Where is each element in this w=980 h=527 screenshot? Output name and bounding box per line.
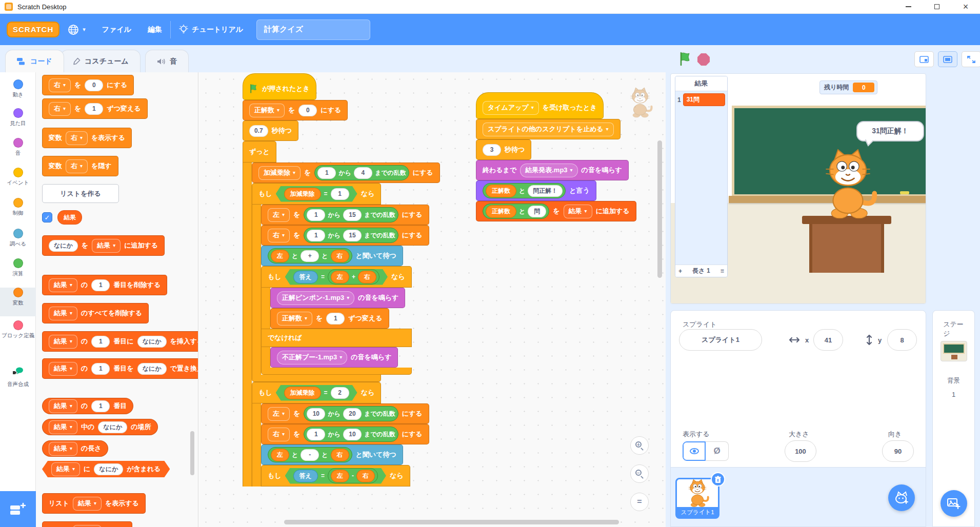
text-input[interactable]: 問正解！ [528,185,563,197]
script-block[interactable]: 結果▾のすべてを削除する [42,303,149,323]
script-block[interactable]: リスト結果▾を表示する [42,493,146,514]
script-block[interactable]: 結果▾の1番目になにかを挿入する [42,331,198,352]
dropdown-field[interactable]: 結果▾ [49,420,77,434]
variable-reporter[interactable]: 左 [331,470,349,482]
number-input[interactable]: 10 [343,429,362,440]
script-block[interactable]: 右▾を1から10までの乱数にする [261,424,429,444]
script-stack[interactable]: が押されたとき正解数▾を0にする0.7秒待つずっと加減乗除▾を1から4までの乱数… [243,73,440,487]
text-input[interactable]: なにか [98,421,127,433]
stop-button[interactable] [696,52,711,67]
horizontal-scrollbar[interactable] [284,520,619,524]
script-block[interactable]: 3秒待つ [476,139,531,160]
add-backdrop-button[interactable] [941,490,967,517]
operator-reporter[interactable]: 正解数と問正解！ [483,183,566,198]
operator-reporter[interactable]: 正解数と問 [483,204,549,219]
boolean-condition[interactable]: 加減乗除=1 [276,186,357,202]
menu-tutorials[interactable]: チュートリアル [171,14,251,45]
operator-reporter[interactable]: 1から15までの乱数 [304,207,398,222]
dropdown-field[interactable]: 右▾ [49,78,71,92]
dropdown-field[interactable]: タイムアップ▾ [483,101,539,115]
number-input[interactable]: 1 [91,363,110,375]
dropdown-field[interactable]: 結果▾ [73,525,102,527]
sprite-cat-on-stage[interactable] [813,148,883,220]
sidebar-item-見た目[interactable]: 見た目 [0,108,36,137]
sidebar-item-調べる[interactable]: 調べる [0,229,36,257]
script-block[interactable]: 左と-と右と聞いて待つ [261,444,403,465]
menu-file[interactable]: ファイル [94,14,139,45]
zoom-in-button[interactable]: + [630,436,649,455]
direction-input[interactable]: 90 [882,440,914,462]
zoom-out-button[interactable]: − [630,464,649,483]
number-input[interactable]: 0 [298,105,317,116]
variable-reporter[interactable]: 右 [358,271,376,283]
script-block[interactable]: 左▾を10から20までの乱数にする [261,403,429,424]
operator-reporter[interactable]: 1から15までの乱数 [304,228,398,243]
y-position-input[interactable]: 8 [887,329,917,351]
variable-reporter[interactable]: 正解数 [486,205,516,218]
variable-reporter[interactable]: 右 [356,470,375,482]
script-block[interactable]: 結果▾の1番目 [42,398,133,414]
show-sprite-button[interactable] [683,441,706,461]
dropdown-field[interactable]: 左▾ [268,407,290,421]
number-input[interactable]: 1 [326,313,345,325]
text-input[interactable]: なにか [94,463,123,475]
number-input[interactable]: 2 [331,387,349,399]
sidebar-item-音声合成[interactable]: 音声合成 [0,367,36,395]
number-input[interactable]: 0 [85,79,103,91]
script-block[interactable]: 結果▾中のなにかの場所 [42,419,158,435]
boolean-condition[interactable]: 加減乗除=2 [276,385,357,401]
dropdown-field[interactable]: 結果▾ [73,497,102,511]
palette-scrollbar[interactable] [190,431,194,475]
variable-reporter[interactable]: 加減乗除 [284,387,321,399]
operator-reporter[interactable]: 1から4までの乱数 [314,165,409,180]
number-input[interactable]: 15 [343,230,362,241]
close-button[interactable]: × [951,0,980,14]
text-input[interactable]: なにか [137,336,167,348]
tab-sounds[interactable]: 音 [145,50,189,72]
boolean-condition[interactable]: 答え=左-右 [285,468,386,484]
minimize-button[interactable] [894,0,923,14]
script-block[interactable]: 左▾を1から15までの乱数にする [261,205,429,225]
number-input[interactable]: 0.7 [249,125,268,137]
operator-reporter[interactable]: 左+右 [328,269,379,285]
dropdown-field[interactable]: 結果▾ [49,362,77,376]
dropdown-field[interactable]: 正解数▾ [249,104,285,117]
number-input[interactable]: 1 [91,400,110,412]
text-input[interactable]: なにか [49,240,78,252]
sprite-name-input[interactable]: スプライト1 [679,329,762,351]
dropdown-field[interactable]: スプライトの他のスクリプトを止める▾ [483,123,614,136]
script-block[interactable]: 正解数と問正解！と言う [476,180,596,201]
stage-selector-panel[interactable]: ステージ 背景 1 [932,310,975,527]
script-block[interactable]: 結果▾の1番目をなにかで置き換える [42,358,198,379]
tab-costumes[interactable]: コスチューム [61,50,141,72]
script-block[interactable]: 結果▾の長さ [42,440,108,457]
script-block[interactable]: 変数右▾を表示する [42,128,132,148]
number-input[interactable]: 3 [483,144,501,156]
backdrop-thumbnail[interactable] [941,341,967,361]
script-block[interactable]: スプライトの他のスクリプトを止める▾ [476,119,621,139]
dropdown-field[interactable]: 結果発表.mp3▾ [520,164,577,177]
sprite-card[interactable]: スプライト1 [675,478,719,519]
operator-reporter[interactable]: 左と+と右 [268,248,352,264]
sidebar-item-演算[interactable]: 演算 [0,258,36,287]
number-input[interactable]: 10 [307,408,325,420]
number-input[interactable]: 1 [307,429,325,440]
sensing-reporter[interactable]: 答え [293,470,318,482]
script-block[interactable]: 右▾を1から15までの乱数にする [261,225,429,246]
hide-sprite-button[interactable]: Ø [706,441,729,461]
large-stage-button[interactable] [938,51,957,67]
script-block[interactable]: タイムアップ▾を受け取ったとき [476,92,604,119]
number-input[interactable]: 1 [91,279,110,291]
script-block[interactable]: 加減乗除▾を1から4までの乱数にする [252,163,440,183]
c-block-head[interactable]: もし加減乗除=1なら [252,183,381,205]
sidebar-item-動き[interactable]: 動き [0,79,36,108]
list-add-button[interactable]: + [678,268,682,275]
dropdown-field[interactable]: 左▾ [268,208,290,222]
script-block[interactable]: リスト結果▾を隠す [42,521,132,527]
script-block[interactable]: なにかを結果▾に追加する [42,235,165,256]
variable-reporter[interactable]: 右 [331,449,349,461]
checkbox-checked[interactable]: ✓ [42,212,52,222]
operator-reporter[interactable]: 左と-と右 [268,447,352,462]
script-block[interactable]: 結果▾の1番目を削除する [42,275,167,295]
number-input[interactable]: 1 [307,230,325,241]
